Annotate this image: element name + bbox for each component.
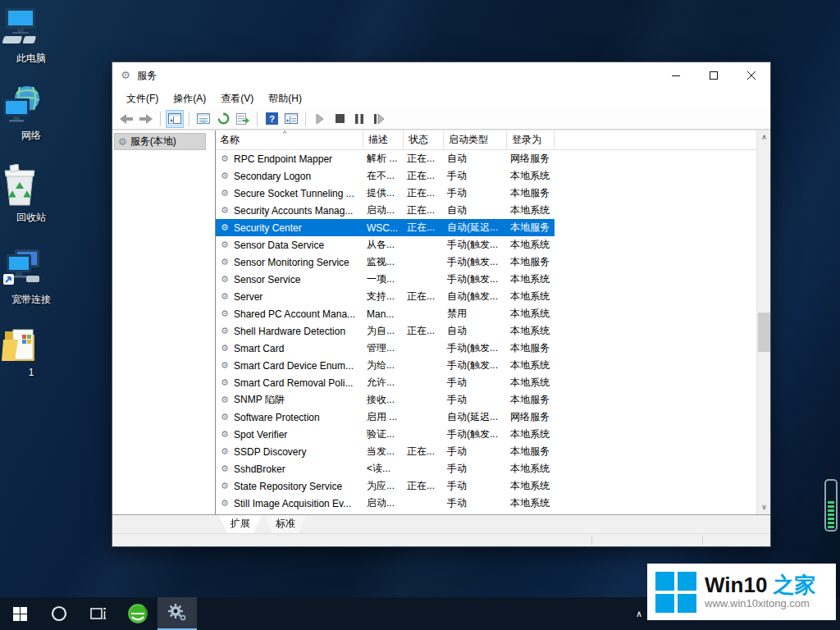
- start-service-button[interactable]: [311, 110, 329, 128]
- close-button[interactable]: [733, 62, 770, 89]
- table-row[interactable]: ⚙RPC Endpoint Mapper解析 ...正在...自动网络服务: [216, 150, 555, 167]
- cell-startup-type: 手动: [442, 393, 505, 407]
- table-row[interactable]: ⚙Sensor Service一项...手动(触发...本地系统: [216, 271, 555, 288]
- gear-icon: ⚙: [218, 205, 231, 216]
- start-button[interactable]: [0, 597, 39, 630]
- table-row[interactable]: ⚙Secondary Logon在不...正在...手动本地系统: [216, 167, 555, 185]
- menu-view[interactable]: 查看(V): [213, 89, 261, 108]
- gear-icon: ⚙: [218, 498, 231, 509]
- services-taskbar-button[interactable]: [158, 597, 197, 630]
- menu-help[interactable]: 帮助(H): [261, 89, 309, 108]
- forward-button[interactable]: [137, 110, 155, 128]
- console-tree-panel: ⚙ 服务(本地): [112, 130, 216, 514]
- cell-name: Spot Verifier: [231, 429, 362, 441]
- folder-icon: [0, 326, 62, 364]
- services-app-icon: ⚙: [119, 69, 132, 82]
- cell-description: 当发...: [362, 445, 402, 459]
- cell-startup-type: 自动(触发...: [442, 290, 505, 304]
- show-extended-view-button[interactable]: [282, 110, 300, 128]
- tree-item-label: 服务(本地): [130, 135, 176, 148]
- desktop-icon-label: 回收站: [0, 211, 62, 225]
- desktop-icon-this-pc[interactable]: 此电脑: [0, 7, 62, 66]
- table-row[interactable]: ⚙Shell Hardware Detection为自...正在...自动本地系…: [216, 322, 555, 340]
- cell-logon-as: 本地系统: [505, 479, 553, 493]
- table-row[interactable]: ⚙Sensor Monitoring Service监视...手动(触发...本…: [216, 253, 555, 271]
- tab-extended[interactable]: 扩展: [219, 515, 262, 533]
- titlebar[interactable]: ⚙ 服务: [112, 62, 770, 89]
- table-row[interactable]: ⚙Smart Card Removal Poli...允许...手动本地系统: [216, 374, 555, 391]
- cell-startup-type: 手动: [442, 462, 505, 476]
- cell-logon-as: 本地系统: [505, 272, 553, 286]
- column-header-logon-as[interactable]: 登录为: [507, 130, 555, 149]
- table-row[interactable]: ⚙Shared PC Account Mana...Man...禁用本地系统: [216, 305, 555, 322]
- column-header-startup-type[interactable]: 启动类型: [444, 130, 507, 149]
- table-row[interactable]: ⚙Sensor Data Service从各...手动(触发...本地系统: [216, 236, 555, 253]
- broadband-icon: [0, 246, 62, 290]
- service-rows: ⚙RPC Endpoint Mapper解析 ...正在...自动网络服务⚙Se…: [216, 150, 756, 514]
- menu-file[interactable]: 文件(F): [119, 89, 166, 108]
- back-button[interactable]: [117, 110, 135, 128]
- desktop-icon-broadband[interactable]: 宽带连接: [0, 246, 62, 307]
- show-console-tree-button[interactable]: [166, 110, 184, 128]
- status-bar: [112, 533, 770, 546]
- column-header-description[interactable]: 描述: [363, 130, 404, 149]
- desktop-icon-network[interactable]: 网络: [0, 84, 62, 143]
- win10home-badge: Win10 之家 www.win10xitong.com: [647, 564, 836, 620]
- cell-logon-as: 本地系统: [505, 290, 553, 304]
- table-row[interactable]: ⚙Spot Verifier验证...手动(触发...本地系统: [216, 426, 555, 443]
- tab-standard[interactable]: 标准: [264, 515, 307, 533]
- scrollbar-thumb[interactable]: [758, 313, 770, 352]
- table-row[interactable]: ⚙Smart Card Device Enum...为给...手动(触发...本…: [216, 357, 555, 374]
- export-list-button[interactable]: [234, 110, 252, 128]
- vertical-scrollbar[interactable]: ∧ ∨: [756, 130, 770, 514]
- toolbar-separator: [189, 112, 189, 126]
- maximize-button[interactable]: [695, 62, 733, 89]
- cell-description: 启动...: [362, 496, 402, 510]
- gear-icon: ⚙: [218, 153, 231, 164]
- cell-name: Security Accounts Manag...: [231, 205, 362, 217]
- table-row[interactable]: ⚙Security CenterWSC...正在...自动(延迟...本地服务: [216, 219, 555, 236]
- scroll-up-icon[interactable]: ∧: [757, 130, 770, 144]
- table-row[interactable]: ⚙Still Image Acquisition Ev...启动...手动本地系…: [216, 495, 555, 512]
- browser-360-button[interactable]: [118, 597, 158, 630]
- cell-name: SSDP Discovery: [231, 446, 362, 458]
- cell-logon-as: 本地系统: [505, 427, 553, 441]
- table-row[interactable]: ⚙Security Accounts Manag...启动...正在...自动本…: [216, 202, 555, 219]
- table-row[interactable]: ⚙SSDP Discovery当发...正在...手动本地服务: [216, 443, 555, 460]
- cell-description: 启动...: [362, 203, 402, 217]
- table-row[interactable]: ⚙Smart Card管理...手动(触发...本地服务: [216, 340, 555, 357]
- table-row[interactable]: ⚙Secure Socket Tunneling ...提供...正在...手动…: [216, 185, 555, 202]
- help-button[interactable]: ?: [262, 110, 281, 128]
- task-view-button[interactable]: [79, 597, 118, 630]
- properties-button[interactable]: [194, 110, 212, 128]
- cortana-button[interactable]: [39, 597, 79, 630]
- services-window: ⚙ 服务 文件(F) 操作(A) 查看(V) 帮助(H) ?: [112, 62, 771, 547]
- cell-description: 提供...: [362, 186, 402, 200]
- refresh-button[interactable]: [214, 110, 232, 128]
- table-row[interactable]: ⚙Server支持...正在...自动(触发...本地系统: [216, 288, 555, 305]
- table-row[interactable]: ⚙Software Protection启用 ...自动(延迟...网络服务: [216, 409, 555, 426]
- column-header-status[interactable]: 状态: [404, 130, 444, 149]
- cell-name: Server: [231, 291, 362, 303]
- stop-service-button[interactable]: [331, 110, 349, 128]
- table-row[interactable]: ⚙SNMP 陷阱接收...手动本地服务: [216, 391, 555, 409]
- table-row[interactable]: ⚙State Repository Service为应...正在...手动本地系…: [216, 477, 555, 495]
- cell-name: Shell Hardware Detection: [231, 326, 362, 337]
- table-row[interactable]: ⚙SshdBroker<读...手动本地系统: [216, 460, 555, 477]
- desktop-icon-folder-1[interactable]: 1: [0, 326, 62, 378]
- gear-icon: ⚙: [218, 274, 231, 285]
- toolbar-separator: [257, 112, 258, 126]
- scroll-down-icon[interactable]: ∨: [757, 500, 770, 514]
- pause-service-button[interactable]: [350, 110, 368, 128]
- cell-status: 正在...: [402, 152, 442, 166]
- restart-service-button[interactable]: [370, 110, 388, 128]
- gear-icon: ⚙: [218, 395, 231, 405]
- window-title: 服务: [137, 69, 157, 83]
- column-header-name[interactable]: 名称: [216, 130, 363, 149]
- minimize-button[interactable]: [657, 62, 695, 89]
- desktop-icon-recycle-bin[interactable]: 回收站: [0, 164, 62, 225]
- cell-startup-type: 手动(触发...: [442, 358, 505, 372]
- battery-gadget: [824, 479, 838, 532]
- menu-action[interactable]: 操作(A): [166, 89, 213, 108]
- tree-item-services-local[interactable]: ⚙ 服务(本地): [114, 133, 206, 150]
